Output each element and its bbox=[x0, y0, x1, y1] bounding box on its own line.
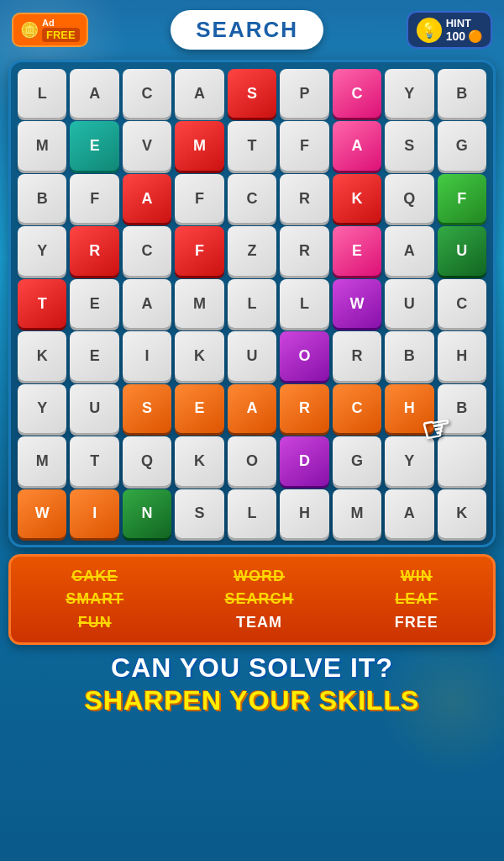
grid-cell[interactable]: A bbox=[385, 226, 433, 275]
grid-cell[interactable]: E bbox=[70, 121, 118, 170]
grid-cell[interactable]: U bbox=[438, 226, 486, 275]
grid-cell[interactable]: V bbox=[123, 121, 171, 170]
grid-cell[interactable]: A bbox=[123, 279, 171, 328]
grid-cell[interactable]: R bbox=[280, 226, 328, 275]
grid-cell[interactable]: E bbox=[175, 384, 223, 433]
grid-cell[interactable]: Y bbox=[18, 384, 66, 433]
grid-cell[interactable]: C bbox=[333, 69, 381, 118]
bottom-section: CAN YOU SOLVE IT? SHARPEN YOUR SKILLS bbox=[8, 652, 496, 716]
grid-cell[interactable]: K bbox=[438, 489, 486, 538]
sharpen-text: SHARPEN YOUR SKILLS bbox=[8, 684, 496, 716]
grid-cell[interactable]: R bbox=[333, 331, 381, 380]
hint-label: HINT bbox=[446, 17, 482, 29]
grid-cell[interactable]: O bbox=[280, 331, 328, 380]
grid-cell[interactable]: K bbox=[333, 174, 381, 223]
grid-cell[interactable]: F bbox=[175, 226, 223, 275]
grid-cell[interactable]: F bbox=[175, 174, 223, 223]
grid-cell[interactable]: R bbox=[70, 226, 118, 275]
grid-cell[interactable]: H☞ bbox=[385, 384, 433, 433]
grid-cell[interactable]: L bbox=[18, 69, 66, 118]
grid-cell[interactable]: A bbox=[333, 121, 381, 170]
grid-cell[interactable]: S bbox=[385, 121, 433, 170]
grid-cell[interactable]: I bbox=[123, 331, 171, 380]
grid-cell[interactable]: G bbox=[438, 121, 486, 170]
grid-cell[interactable]: A bbox=[385, 489, 433, 538]
grid-cell[interactable]: N bbox=[123, 489, 171, 538]
grid-cell[interactable]: C bbox=[123, 69, 171, 118]
grid-cell[interactable]: A bbox=[123, 174, 171, 223]
grid-cell[interactable]: K bbox=[175, 331, 223, 380]
grid-cell[interactable]: T bbox=[228, 121, 276, 170]
grid-cell[interactable]: U bbox=[385, 279, 433, 328]
grid-cell[interactable]: Q bbox=[123, 436, 171, 485]
grid-cell[interactable]: P bbox=[280, 69, 328, 118]
word-item: LEAF bbox=[395, 589, 438, 609]
word-column-0: CAKESMARTFUN bbox=[66, 567, 123, 632]
grid-cell[interactable]: K bbox=[175, 436, 223, 485]
word-item: WORD bbox=[234, 567, 285, 586]
grid-cell[interactable]: R bbox=[280, 384, 328, 433]
grid-cell[interactable]: U bbox=[70, 384, 118, 433]
word-item: TEAM bbox=[236, 613, 282, 632]
hint-count-row: 100 🟠 bbox=[446, 29, 482, 43]
grid-cell[interactable]: H bbox=[280, 489, 328, 538]
word-columns: CAKESMARTFUNWORDSEARCHTEAMWINLEAFFREE bbox=[19, 567, 485, 632]
grid-cell[interactable]: L bbox=[228, 489, 276, 538]
grid-cell[interactable]: F bbox=[70, 174, 118, 223]
grid-cell[interactable]: M bbox=[175, 121, 223, 170]
grid-cell[interactable]: W bbox=[18, 489, 66, 538]
grid-cell[interactable]: F bbox=[280, 121, 328, 170]
grid-cell[interactable]: T bbox=[18, 279, 66, 328]
grid-cell[interactable]: E bbox=[333, 226, 381, 275]
word-item: CAKE bbox=[71, 567, 118, 586]
grid-cell[interactable]: C bbox=[123, 226, 171, 275]
grid-cell[interactable]: W bbox=[333, 279, 381, 328]
grid-cell[interactable]: H bbox=[438, 331, 486, 380]
grid-wrapper: LACASPCYBMEVMTFASGBFAFCRKQFYRCFZREAUTEAM… bbox=[8, 60, 496, 547]
grid-cell[interactable]: O bbox=[228, 436, 276, 485]
grid-cell[interactable]: B bbox=[438, 69, 486, 118]
grid-cell[interactable]: S bbox=[228, 69, 276, 118]
grid-cell[interactable]: U bbox=[228, 331, 276, 380]
grid-cell[interactable]: C bbox=[438, 279, 486, 328]
hint-badge[interactable]: 💡 HINT 100 🟠 bbox=[407, 11, 492, 49]
grid-cell[interactable]: B bbox=[385, 331, 433, 380]
grid-cell[interactable]: I bbox=[70, 489, 118, 538]
grid-cell[interactable]: M bbox=[18, 436, 66, 485]
grid-cell[interactable]: A bbox=[228, 384, 276, 433]
ad-badge[interactable]: 🪙 Ad FREE bbox=[12, 13, 88, 47]
grid-cell[interactable]: M bbox=[18, 121, 66, 170]
grid-cell[interactable]: C bbox=[333, 384, 381, 433]
grid-cell[interactable]: L bbox=[280, 279, 328, 328]
grid-cell[interactable]: R bbox=[280, 174, 328, 223]
grid-cell[interactable]: A bbox=[175, 69, 223, 118]
word-item: SMART bbox=[66, 589, 123, 609]
grid-cell[interactable]: D bbox=[280, 436, 328, 485]
word-column-2: WINLEAFFREE bbox=[395, 567, 438, 632]
grid-cell[interactable]: S bbox=[175, 489, 223, 538]
can-you-text: CAN YOU SOLVE IT? bbox=[8, 652, 496, 684]
grid-cell[interactable]: L bbox=[228, 279, 276, 328]
grid-cell[interactable]: Z bbox=[228, 226, 276, 275]
grid-cell[interactable]: A bbox=[70, 69, 118, 118]
grid-cell[interactable]: B bbox=[18, 174, 66, 223]
grid-cell[interactable]: F bbox=[438, 174, 486, 223]
grid-cell[interactable]: Q bbox=[385, 174, 433, 223]
grid-cell[interactable]: G bbox=[333, 436, 381, 485]
grid-cell[interactable]: B bbox=[438, 384, 486, 433]
word-item: FREE bbox=[395, 613, 438, 632]
grid-cell[interactable]: M bbox=[175, 279, 223, 328]
grid-cell[interactable]: Y bbox=[385, 436, 433, 485]
grid-cell[interactable]: S bbox=[123, 384, 171, 433]
bulb-icon: 💡 bbox=[417, 18, 442, 43]
grid-cell[interactable]: E bbox=[70, 331, 118, 380]
grid-cell[interactable]: Y bbox=[385, 69, 433, 118]
word-item: FUN bbox=[78, 613, 112, 632]
grid-cell[interactable]: C bbox=[228, 174, 276, 223]
grid-cell[interactable]: M bbox=[333, 489, 381, 538]
grid-cell[interactable]: E bbox=[70, 279, 118, 328]
grid-cell[interactable] bbox=[438, 436, 486, 485]
grid-cell[interactable]: K bbox=[18, 331, 66, 380]
grid-cell[interactable]: T bbox=[70, 436, 118, 485]
grid-cell[interactable]: Y bbox=[18, 226, 66, 275]
